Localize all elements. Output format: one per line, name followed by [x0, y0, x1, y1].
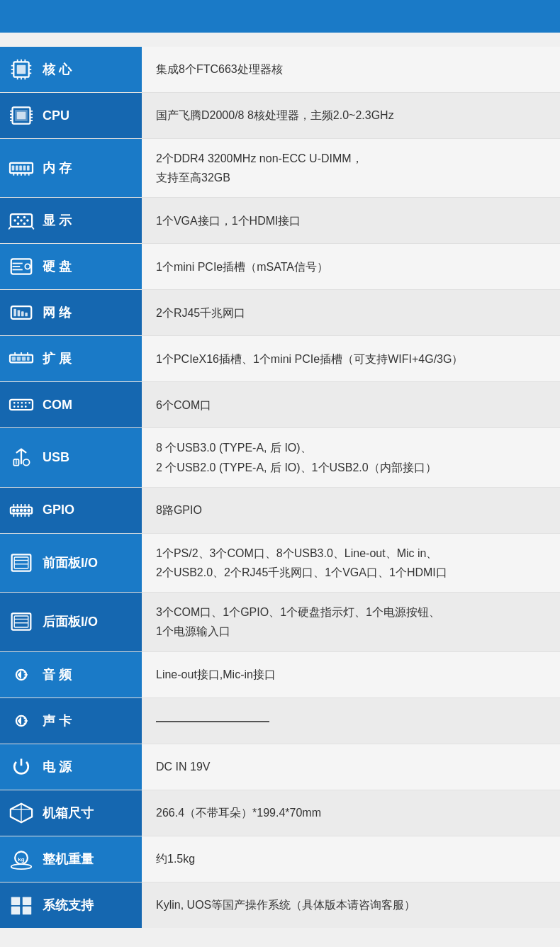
svg-point-41 [23, 216, 26, 219]
table-row: 硬 盘1个mini PCIe插槽（mSATA信号） [0, 244, 560, 290]
svg-point-82 [20, 509, 23, 512]
table-row: 显 示1个VGA接口，1个HDMI接口 [0, 198, 560, 244]
label-cell-power: 电 源 [0, 744, 142, 790]
label-text-expansion: 扩 展 [43, 350, 72, 367]
svg-rect-121 [23, 897, 31, 905]
label-cell-com: COM [0, 382, 142, 428]
audio-icon [7, 662, 35, 688]
chassis-icon [7, 800, 35, 826]
svg-line-45 [32, 227, 34, 230]
value-cell-power: DC IN 19V [142, 744, 560, 790]
svg-line-44 [9, 227, 11, 230]
value-cell-memory: 2个DDR4 3200MHz non-ECC U-DIMM，支持至高32GB [142, 139, 560, 198]
panel-icon [7, 550, 35, 576]
label-text-storage: 硬 盘 [43, 258, 72, 275]
label-cell-cpu: CPU [0, 93, 142, 139]
table-row: 前面板I/O1个PS/2、3个COM口、8个USB3.0、Line-out、Mi… [0, 533, 560, 592]
svg-rect-28 [19, 166, 22, 171]
hdd-icon [7, 254, 35, 279]
svg-point-81 [16, 509, 18, 512]
label-text-os: 系统支持 [43, 897, 94, 914]
label-text-front-io: 前面板I/O [43, 554, 98, 571]
svg-rect-96 [14, 557, 28, 568]
label-text-weight: 整机重量 [43, 851, 94, 868]
svg-point-68 [25, 402, 27, 404]
svg-rect-100 [14, 616, 28, 627]
svg-rect-16 [17, 112, 26, 120]
label-cell-soundcard: 声 卡 [0, 697, 142, 744]
cpu-chip-icon [7, 57, 35, 82]
label-text-core: 核 心 [43, 61, 72, 78]
label-cell-chassis: 机箱尺寸 [0, 790, 142, 836]
table-row: kg 整机重量约1.5kg [0, 836, 560, 882]
value-cell-storage: 1个mini PCIe插槽（mSATA信号） [142, 244, 560, 290]
label-text-audio: 音 频 [43, 666, 72, 683]
value-cell-com: 6个COM口 [142, 382, 560, 428]
svg-point-37 [13, 220, 16, 223]
label-text-usb: USB [43, 450, 69, 465]
label-text-chassis: 机箱尺寸 [43, 805, 94, 822]
table-row: 核 心集成8个FTC663处理器核 [0, 47, 560, 93]
label-cell-rear-io: 后面板I/O [0, 593, 142, 651]
weight-icon: kg [7, 846, 35, 872]
table-row: 内 存2个DDR4 3200MHz non-ECC U-DIMM，支持至高32G… [0, 139, 560, 198]
svg-point-66 [17, 402, 19, 404]
svg-rect-123 [23, 906, 31, 914]
table-row: 机箱尺寸266.4（不带耳朵）*199.4*70mm [0, 790, 560, 836]
svg-point-76 [23, 459, 30, 465]
svg-point-80 [12, 509, 15, 512]
label-cell-storage: 硬 盘 [0, 244, 142, 290]
usb-icon [7, 445, 35, 471]
windows-icon [7, 892, 35, 918]
svg-rect-59 [22, 357, 26, 361]
table-row: 网 络2个RJ45千兆网口 [0, 290, 560, 336]
value-cell-chassis: 266.4（不带耳朵）*199.4*70mm [142, 790, 560, 836]
svg-rect-26 [12, 166, 15, 171]
label-cell-os: 系统支持 [0, 882, 142, 928]
value-cell-display: 1个VGA接口，1个HDMI接口 [142, 198, 560, 244]
label-text-memory: 内 存 [43, 159, 72, 176]
label-cell-network: 网 络 [0, 290, 142, 336]
value-cell-core: 集成8个FTC663处理器核 [142, 47, 560, 93]
svg-rect-64 [10, 400, 33, 410]
label-cell-memory: 内 存 [0, 139, 142, 198]
table-row: 扩 展1个PCIeX16插槽、1个mini PCIe插槽（可支持WIFI+4G/… [0, 336, 560, 382]
svg-point-84 [27, 509, 30, 512]
table-row: 电 源DC IN 19V [0, 744, 560, 790]
svg-point-83 [23, 509, 26, 512]
value-cell-usb: 8 个USB3.0 (TYPE-A, 后 IO)、2 个USB2.0 (TYPE… [142, 428, 560, 487]
table-row: 音 频Line-out接口,Mic-in接口 [0, 651, 560, 697]
svg-point-47 [25, 264, 30, 269]
svg-point-40 [17, 216, 20, 219]
svg-rect-1 [17, 65, 26, 74]
label-text-gpio: GPIO [43, 503, 74, 517]
value-cell-cpu: 国产飞腾D2000/8 8核处理器，主频2.0~2.3GHz [142, 93, 560, 139]
table-row: COM6个COM口 [0, 382, 560, 428]
value-cell-rear-io: 3个COM口、1个GPIO、1个硬盘指示灯、1个电源按钮、1个电源输入口 [142, 593, 560, 651]
page-wrapper: 核 心集成8个FTC663处理器核 CPU国产飞腾D2000/8 8核处理器，主… [0, 0, 560, 942]
table-row: 系统支持Kylin, UOS等国产操作系统（具体版本请咨询客服） [0, 882, 560, 928]
gpio-icon [7, 498, 35, 523]
label-cell-display: 显 示 [0, 198, 142, 244]
svg-point-73 [25, 406, 27, 408]
header [0, 0, 560, 33]
table-row: GPIO8路GPIO [0, 487, 560, 533]
label-text-power: 电 源 [43, 758, 72, 775]
processor-icon [7, 103, 35, 128]
value-cell-soundcard [142, 697, 560, 744]
svg-rect-120 [11, 897, 20, 905]
svg-point-39 [26, 220, 29, 223]
table-row: 声 卡 [0, 697, 560, 744]
svg-rect-29 [23, 166, 26, 171]
spacer-top [0, 33, 560, 47]
svg-point-38 [20, 220, 23, 223]
spec-table: 核 心集成8个FTC663处理器核 CPU国产飞腾D2000/8 8核处理器，主… [0, 47, 560, 928]
label-text-rear-io: 后面板I/O [43, 613, 98, 630]
value-cell-os: Kylin, UOS等国产操作系统（具体版本请咨询客服） [142, 882, 560, 928]
svg-point-43 [23, 223, 26, 225]
svg-point-65 [13, 402, 16, 404]
svg-point-67 [21, 402, 23, 404]
ram-icon [7, 155, 35, 181]
label-cell-core: 核 心 [0, 47, 142, 93]
svg-rect-54 [21, 312, 24, 317]
